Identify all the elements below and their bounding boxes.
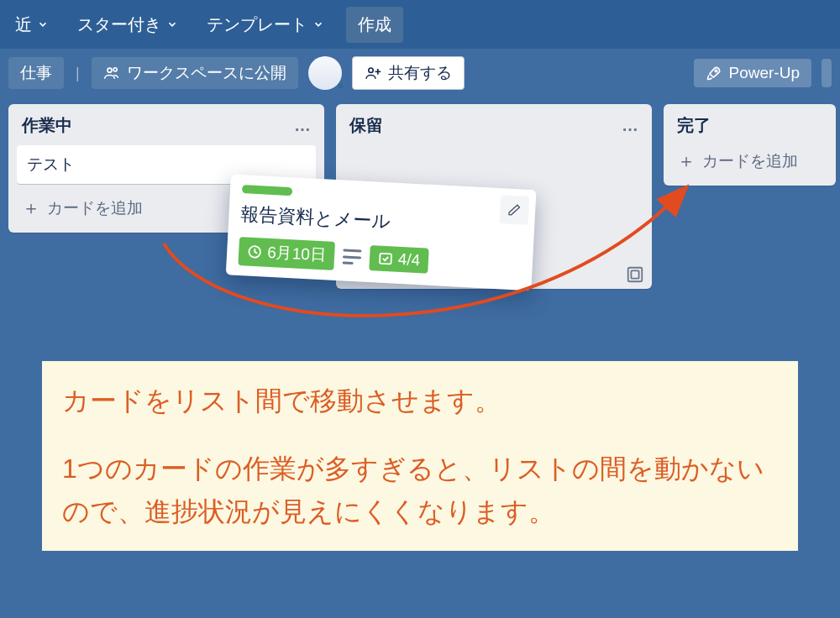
edit-card-button[interactable] — [499, 195, 529, 225]
list-title[interactable]: 作業中 — [22, 114, 72, 137]
list-menu-button[interactable]: … — [294, 116, 312, 135]
dragged-card-title: 報告資料とメール — [240, 202, 523, 242]
due-date-text: 6月10日 — [267, 242, 327, 267]
nav-templates[interactable]: テンプレート — [200, 8, 331, 41]
checklist-text: 4/4 — [397, 250, 421, 270]
list-title[interactable]: 完了 — [677, 114, 711, 137]
chevron-double-icon: » — [338, 80, 344, 92]
description-icon — [342, 249, 361, 264]
powerup-button[interactable]: Power-Up — [694, 59, 811, 87]
visibility-button[interactable]: ワークスペースに公開 — [92, 57, 298, 89]
list-title[interactable]: 保留 — [349, 114, 383, 137]
chevron-down-icon — [37, 18, 49, 30]
template-icon[interactable] — [626, 265, 644, 284]
board-name[interactable]: 仕事 — [8, 57, 64, 89]
svg-point-2 — [369, 68, 373, 72]
nav-templates-label: テンプレート — [207, 13, 307, 36]
card-label-green — [242, 185, 292, 196]
board-bar: 仕事 | ワークスペースに公開 » 共有する Power-Up — [0, 49, 840, 97]
annotation-line1: カードをリスト間で移動させます。 — [62, 380, 778, 422]
svg-point-1 — [113, 68, 117, 71]
nav-create-button[interactable]: 作成 — [346, 7, 403, 43]
chevron-down-icon — [166, 18, 178, 30]
list-menu-button[interactable]: … — [622, 116, 640, 135]
svg-rect-6 — [628, 268, 643, 282]
card-title: テスト — [27, 155, 75, 173]
annotation-line2: 1つのカードの作業が多すぎると、リストの間を動かないので、進捗状況が見えにくくな… — [62, 448, 778, 533]
add-card-label: カードを追加 — [47, 197, 143, 219]
top-nav: 近 スター付き テンプレート 作成 — [0, 0, 840, 49]
add-card-button[interactable]: ＋ カードを追加 — [672, 145, 803, 177]
svg-point-0 — [108, 68, 112, 72]
plus-icon: ＋ — [677, 152, 696, 170]
svg-point-5 — [715, 70, 717, 72]
dragged-card[interactable]: 報告資料とメール 6月10日 4/4 — [226, 174, 537, 291]
nav-starred[interactable]: スター付き — [71, 8, 185, 41]
nav-create-label: 作成 — [358, 13, 391, 36]
rocket-icon — [706, 65, 722, 81]
clock-icon — [247, 244, 263, 259]
nav-recent-label: 近 — [15, 13, 32, 36]
add-card-button[interactable]: ＋ カードを追加 — [17, 192, 148, 224]
svg-rect-7 — [631, 270, 638, 278]
annotation-note: カードをリスト間で移動させます。 1つのカードの作業が多すぎると、リストの間を動… — [42, 361, 798, 551]
checklist-icon — [377, 251, 393, 267]
checklist-badge: 4/4 — [369, 245, 429, 274]
powerup-label: Power-Up — [729, 64, 800, 82]
chevron-down-icon — [312, 18, 324, 30]
share-button[interactable]: 共有する — [352, 56, 465, 90]
add-card-label: カードを追加 — [702, 150, 798, 172]
divider: | — [74, 65, 81, 82]
board-name-label: 仕事 — [20, 62, 52, 84]
visibility-label: ワークスペースに公開 — [127, 62, 286, 84]
pencil-icon — [507, 203, 522, 217]
nav-starred-label: スター付き — [77, 13, 161, 36]
person-plus-icon — [365, 65, 381, 81]
more-board-actions[interactable] — [822, 59, 832, 87]
people-icon — [103, 65, 120, 81]
list-done: 完了 ＋ カードを追加 — [664, 104, 836, 186]
due-date-badge: 6月10日 — [238, 237, 334, 270]
plus-icon: ＋ — [22, 199, 40, 217]
avatar[interactable]: » — [308, 56, 342, 90]
nav-recent[interactable]: 近 — [8, 8, 55, 41]
share-label: 共有する — [388, 62, 452, 84]
